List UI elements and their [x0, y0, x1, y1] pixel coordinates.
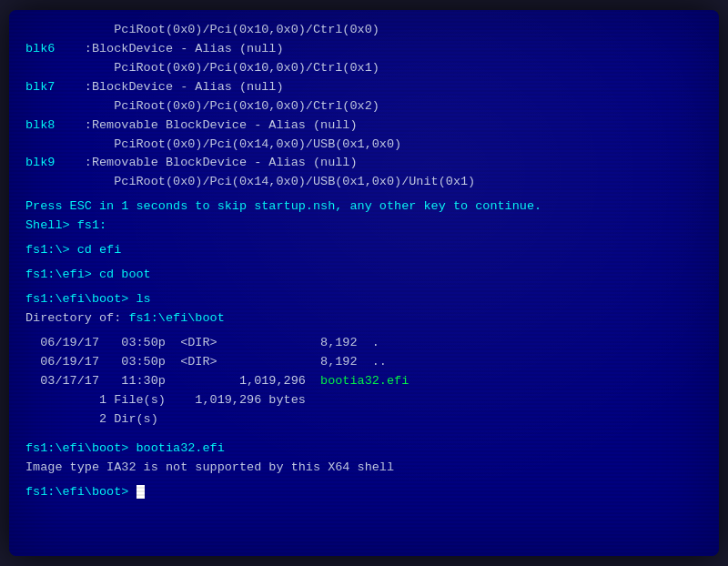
dir-entry-2: 06/19/17 03:50p <DIR> 8,192 ..: [25, 353, 703, 372]
dir-entry-3: 03/17/17 11:30p 1,019,296 bootia32.efi: [25, 372, 703, 391]
error-line: Image type IA32 is not supported by this…: [25, 459, 703, 478]
pci-root-blk9: PciRoot(0x0)/Pci(0x14,0x0)/USB(0x1,0x0)/…: [25, 173, 703, 192]
dirs-count: 2 Dir(s): [25, 410, 703, 430]
press-esc-line: Press ESC in 1 seconds to skip startup.n…: [25, 197, 703, 217]
final-prompt: fs1:\efi\boot>: [25, 483, 703, 502]
dir-entry-1: 06/19/17 03:50p <DIR> 8,192 .: [25, 334, 703, 353]
ls-line: fs1:\efi\boot> ls: [25, 290, 703, 309]
pci-root-blk6: PciRoot(0x0)/Pci(0x10,0x0)/Ctrl(0x1): [25, 59, 703, 78]
pci-root-blk8: PciRoot(0x0)/Pci(0x14,0x0)/USB(0x1,0x0): [25, 136, 703, 155]
run-bootia32: fs1:\efi\boot> bootia32.efi: [25, 440, 703, 459]
pci-root-blk7: PciRoot(0x0)/Pci(0x10,0x0)/Ctrl(0x2): [25, 97, 703, 116]
cd-efi-line: fs1:\> cd efi: [25, 241, 703, 260]
blk9-line: blk9 :Removable BlockDevice - Alias (nul…: [25, 154, 703, 173]
terminal-screen: PciRoot(0x0)/Pci(0x10,0x0)/Ctrl(0x0)blk6…: [9, 10, 719, 556]
blk7-line: blk7 :BlockDevice - Alias (null): [25, 78, 703, 97]
terminal-cursor: [136, 485, 145, 499]
dir-of-line: Directory of: fs1:\efi\boot: [25, 309, 703, 328]
terminal-content: PciRoot(0x0)/Pci(0x10,0x0)/Ctrl(0x0)blk6…: [9, 10, 719, 513]
blk8-line: blk8 :Removable BlockDevice - Alias (nul…: [25, 116, 703, 136]
files-count: 1 File(s) 1,019,296 bytes: [25, 391, 703, 410]
pci-root-header: PciRoot(0x0)/Pci(0x10,0x0)/Ctrl(0x0): [25, 21, 703, 40]
blk6-line: blk6 :BlockDevice - Alias (null): [25, 40, 703, 59]
shell-fs1-line: Shell> fs1:: [25, 217, 703, 236]
cd-boot-line: fs1:\efi> cd boot: [25, 266, 703, 285]
